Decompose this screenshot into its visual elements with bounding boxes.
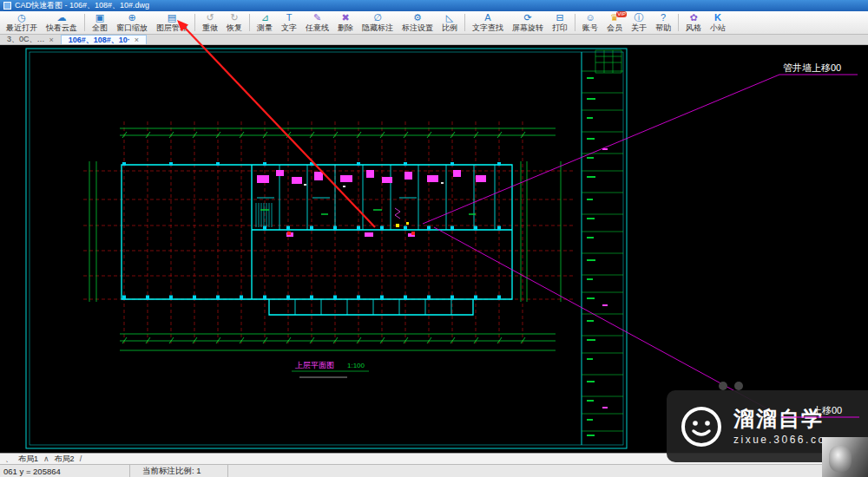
structural-grid bbox=[83, 121, 573, 344]
toolbar-button-account[interactable]: ☺账号 bbox=[578, 11, 602, 34]
title-block-magenta-marks bbox=[602, 149, 608, 408]
corner-photo-thumbnail bbox=[822, 437, 868, 477]
toolbar-button-text[interactable]: T文字 bbox=[277, 11, 301, 34]
toolbar-label: 文字 bbox=[281, 23, 297, 32]
layout-suffix: / bbox=[78, 454, 84, 463]
smiley-logo-icon bbox=[678, 403, 725, 450]
sheet-border bbox=[26, 49, 627, 448]
hide-icon: ∅ bbox=[373, 13, 382, 23]
toolbar-separator bbox=[575, 14, 575, 31]
tab-label: 106#、108#、10· bbox=[69, 35, 130, 46]
cloud-icon: ☁ bbox=[57, 13, 67, 23]
toolbar-button-freehand-line[interactable]: ✎任意线 bbox=[301, 11, 333, 34]
ruler-icon: ⊿ bbox=[260, 13, 268, 23]
revision-table bbox=[595, 50, 621, 73]
rotate-icon: ⟳ bbox=[523, 13, 531, 23]
toolbar-button-recent-open[interactable]: ◷最近打开 bbox=[2, 11, 42, 34]
toolbar-label: 任意线 bbox=[306, 23, 329, 32]
toolbar-button-scale[interactable]: ◺比例 bbox=[437, 11, 462, 34]
toolbar-button-undo[interactable]: ↺重做 bbox=[198, 11, 222, 34]
stair-treads bbox=[256, 203, 272, 227]
toolbar-button-help[interactable]: ?帮助 bbox=[651, 11, 675, 34]
layout-prefix: 、 bbox=[3, 454, 15, 465]
toolbar-button-redo[interactable]: ↻恢复 bbox=[222, 11, 247, 34]
toolbar-label: 风格 bbox=[686, 23, 701, 32]
toolbar-label: 最近打开 bbox=[6, 23, 37, 32]
toolbar-button-measure[interactable]: ⊿测量 bbox=[253, 11, 277, 34]
leader-lines bbox=[423, 75, 858, 416]
toolbar-button-cloud-drive[interactable]: ☁快看云盘 bbox=[42, 11, 82, 34]
close-icon[interactable]: × bbox=[135, 36, 139, 44]
search-icon: A bbox=[484, 13, 490, 23]
green-room-marks bbox=[260, 210, 476, 214]
toolbar-label: 关于 bbox=[631, 23, 647, 32]
toolbar-label: 会员 bbox=[607, 23, 622, 32]
toolbar-label: 图层管理 bbox=[156, 23, 187, 32]
flower-icon: ✿ bbox=[689, 13, 697, 23]
toolbar-label: 删除 bbox=[338, 23, 353, 32]
cursor-coordinates: 061 y = 205864 bbox=[0, 465, 130, 477]
printer-icon: ⊟ bbox=[556, 13, 563, 23]
text-icon: T bbox=[286, 13, 293, 23]
eraser-icon: ✖ bbox=[341, 13, 349, 23]
redo-icon: ↻ bbox=[230, 13, 238, 23]
toolbar-label: 标注设置 bbox=[402, 23, 433, 32]
layout-tab-1[interactable]: 布局1 bbox=[15, 454, 42, 465]
toolbar-label: 全图 bbox=[92, 23, 108, 32]
toolbar-button-layer-manager[interactable]: ▤图层管理 bbox=[152, 11, 192, 34]
toolbar-button-print[interactable]: ⊟打印 bbox=[548, 11, 572, 34]
title-block-strip bbox=[582, 50, 623, 435]
dot-icon bbox=[734, 382, 743, 390]
drawing-tab-bar: 3、0C、… × 106#、108#、10· × bbox=[0, 35, 868, 45]
toolbar-label: 小站 bbox=[710, 23, 726, 32]
toolbar-label: 文字查找 bbox=[472, 23, 503, 32]
annotation-scale-status: 当前标注比例: 1 bbox=[130, 465, 228, 477]
photo-content bbox=[829, 446, 852, 472]
clock-icon: ◷ bbox=[17, 13, 26, 23]
toolbar-label: 窗口缩放 bbox=[116, 23, 148, 32]
toolbar-separator bbox=[464, 14, 465, 31]
drawing-tab-1[interactable]: 3、0C、… × bbox=[0, 35, 61, 44]
leader-annotation-top: 管井墙上移00 bbox=[783, 62, 841, 73]
toolbar-label: 恢复 bbox=[227, 23, 242, 32]
toolbar-button-text-search[interactable]: A文字查找 bbox=[468, 11, 508, 34]
toolbar-button-vip-member[interactable]: VIP♛会员 bbox=[602, 11, 627, 34]
toolbar-button-full-view[interactable]: ▣全图 bbox=[88, 11, 112, 34]
toolbar-button-delete[interactable]: ✖删除 bbox=[333, 11, 358, 34]
toolbar-separator bbox=[84, 14, 85, 31]
toolbar-separator bbox=[678, 14, 679, 31]
building-walls bbox=[122, 165, 512, 315]
toolbar: ◷最近打开 ☁快看云盘 ▣全图 ⊕窗口缩放 ▤图层管理 ↺重做 ↻恢复 ⊿测量 … bbox=[0, 11, 868, 35]
fit-screen-icon: ▣ bbox=[95, 13, 104, 23]
close-icon[interactable]: × bbox=[49, 36, 54, 44]
layout-tab-2[interactable]: 布局2 bbox=[51, 454, 78, 465]
status-bar: 061 y = 205864 当前标注比例: 1 bbox=[0, 464, 868, 477]
toolbar-button-annotation-settings[interactable]: ⚙标注设置 bbox=[398, 11, 437, 34]
layers-icon: ▤ bbox=[168, 13, 176, 23]
window-title: CAD快速看图 - 106#、108#、10#.dwg bbox=[15, 0, 149, 11]
tab-label: 3、0C、… bbox=[7, 34, 45, 45]
vip-badge: VIP bbox=[616, 11, 627, 17]
toolbar-label: 比例 bbox=[442, 23, 457, 32]
red-details bbox=[287, 232, 415, 235]
toolbar-label: 屏幕旋转 bbox=[512, 23, 543, 32]
app-icon bbox=[3, 2, 11, 10]
toolbar-button-mini-site[interactable]: K小站 bbox=[706, 11, 730, 34]
toolbar-button-hide-annotation[interactable]: ∅隐藏标注 bbox=[358, 11, 398, 34]
drawing-tab-2-active[interactable]: 106#、108#、10· × bbox=[61, 35, 147, 44]
toolbar-button-screen-rotate[interactable]: ⟳屏幕旋转 bbox=[508, 11, 548, 34]
scale-triangle-icon: ◺ bbox=[446, 13, 453, 23]
watermark-brand: 溜溜自学 bbox=[733, 407, 837, 431]
toolbar-button-window-zoom[interactable]: ⊕窗口缩放 bbox=[112, 11, 152, 34]
toolbar-label: 账号 bbox=[582, 23, 598, 32]
toolbar-label: 隐藏标注 bbox=[362, 23, 393, 32]
question-icon: ? bbox=[661, 13, 666, 23]
drawing-scale-text: 1:100 bbox=[347, 362, 365, 369]
toolbar-label: 快看云盘 bbox=[46, 23, 77, 32]
toolbar-label: 重做 bbox=[202, 23, 218, 32]
toolbar-label: 打印 bbox=[552, 23, 568, 32]
toolbar-button-style[interactable]: ✿风格 bbox=[681, 11, 706, 34]
pencil-icon: ✎ bbox=[313, 13, 321, 23]
zoom-icon: ⊕ bbox=[128, 13, 135, 23]
toolbar-button-about[interactable]: ⓘ关于 bbox=[627, 11, 651, 34]
